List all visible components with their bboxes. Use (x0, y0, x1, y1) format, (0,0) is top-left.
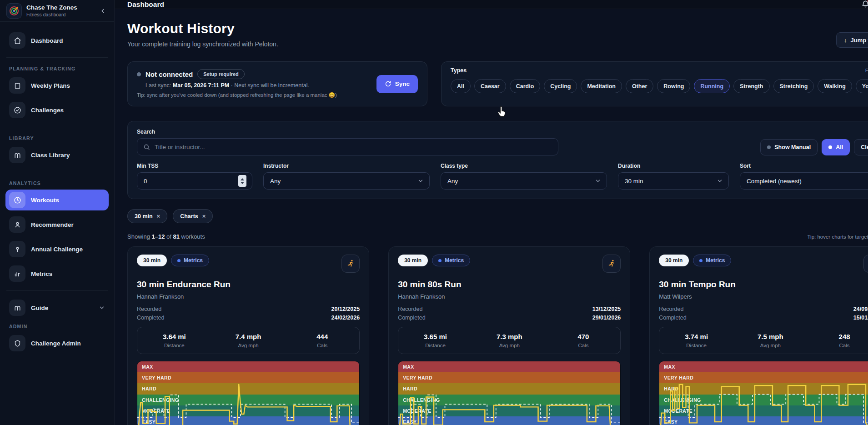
app-subtitle: Fitness dashboard (26, 12, 93, 17)
metrics-badge: Metrics (693, 255, 731, 266)
filter-chip-30min[interactable]: 30 min × (127, 209, 167, 223)
workout-title: 30 min Endurance Run (137, 280, 360, 290)
type-chip-other[interactable]: Other (626, 79, 653, 93)
type-chip-caesar[interactable]: Caesar (474, 79, 506, 93)
recorded-date: 20/12/2025 (331, 306, 360, 312)
filtered-indicator: Filtered (865, 68, 868, 73)
class-type-select[interactable]: Any (441, 172, 607, 190)
completed-date: 15/01/2026 (853, 315, 868, 321)
instructor-select[interactable]: Any (263, 172, 430, 190)
type-chip-walking[interactable]: Walking (818, 79, 852, 93)
hover-tip: Tip: hover charts for targets & zones (807, 234, 868, 240)
page-content: Workout History Your complete training l… (115, 9, 868, 425)
type-chip-rowing[interactable]: Rowing (657, 79, 690, 93)
sidebar-item-metrics[interactable]: Metrics (5, 263, 109, 284)
metrics-dot (699, 259, 702, 262)
duration-badge: 30 min (137, 255, 167, 266)
stepper-up-icon (241, 178, 244, 180)
show-manual-toggle[interactable]: Show Manual (760, 139, 818, 155)
section-label-analytics: ANALYTICS (9, 180, 105, 186)
runner-icon (602, 255, 621, 273)
section-label-planning: PLANNING & TRACKING (9, 66, 105, 71)
duration-label: Duration (618, 163, 729, 169)
min-tss-label: Min TSS (137, 163, 252, 169)
library-icon (9, 147, 25, 163)
sidebar-item-class-library[interactable]: Class Library (5, 145, 109, 165)
guide-icon (9, 300, 25, 316)
chevron-down-icon (417, 178, 424, 184)
setup-required-badge: Setup required (197, 69, 245, 79)
topbar: Dashboard (115, 0, 868, 9)
metrics-badge: Metrics (432, 255, 470, 266)
search-label: Search (137, 129, 558, 135)
notifications-button[interactable] (861, 0, 868, 9)
type-chip-meditation[interactable]: Meditation (581, 79, 622, 93)
type-chip-cardio[interactable]: Cardio (510, 79, 541, 93)
sidebar-item-weekly-plans[interactable]: Weekly Plans (5, 75, 109, 96)
divider (6, 172, 108, 172)
instructor-label: Instructor (263, 163, 430, 169)
sidebar-item-dashboard[interactable]: Dashboard (5, 30, 109, 51)
sort-label: Sort (740, 163, 868, 169)
shield-icon (9, 335, 25, 351)
completed-label: Completed (659, 315, 686, 321)
recorded-date: 13/12/2025 (592, 306, 621, 312)
sidebar-item-label: Workouts (31, 197, 105, 204)
sidebar-collapse-button[interactable] (98, 6, 108, 16)
sidebar-item-guide[interactable]: Guide (5, 297, 109, 318)
sidebar-item-annual-challenge[interactable]: Annual Challenge (5, 239, 109, 260)
all-toggle[interactable]: All (822, 139, 850, 155)
number-stepper[interactable] (238, 175, 246, 187)
type-chip-yoga-clipped[interactable]: Yoga (856, 79, 868, 93)
duration-select[interactable]: 30 min (618, 172, 729, 190)
search-input[interactable] (155, 144, 552, 150)
stat-distance: 3.65 mi (398, 333, 472, 340)
sidebar-item-challenges[interactable]: Challenges (5, 100, 109, 120)
completed-date: 29/01/2026 (592, 315, 621, 321)
stat-avg-mph: 7.3 mph (472, 333, 547, 340)
chevron-down-icon (99, 305, 105, 311)
sidebar-item-workouts[interactable]: Workouts (5, 190, 109, 210)
sidebar-item-recommender[interactable]: Recommender (5, 214, 109, 235)
home-icon (9, 32, 25, 49)
refresh-icon (385, 80, 391, 87)
jump-to-list-button[interactable]: ↓ Jump to list (836, 32, 868, 48)
type-chip-strength[interactable]: Strength (733, 79, 769, 93)
stat-avg-mph: 7.5 mph (733, 333, 808, 340)
completed-label: Completed (137, 315, 164, 321)
type-chip-stretching[interactable]: Stretching (773, 79, 814, 93)
remove-filter-icon[interactable]: × (157, 213, 161, 220)
stat-avg-mph: 7.4 mph (211, 333, 286, 340)
sync-button[interactable]: Sync (376, 75, 418, 93)
min-tss-input[interactable] (144, 178, 238, 185)
zone-chart[interactable]: MAXVERY HARDHARDCHALLENGINGMODERATEEASY (659, 361, 868, 425)
app-name: Chase The Zones (26, 4, 93, 11)
app-logo-icon (6, 3, 22, 19)
clear-filters-button[interactable]: Clear (854, 139, 868, 155)
zone-chart[interactable]: MAXVERY HARDHARDCHALLENGINGMODERATEEASY (137, 361, 360, 425)
type-chip-running-active[interactable]: Running (694, 79, 730, 93)
clock-icon (9, 192, 25, 208)
workout-cards-grid: 30 min Metrics 30 min Endurance Run Hann… (127, 246, 868, 425)
filter-chip-charts[interactable]: Charts × (173, 209, 213, 223)
type-chip-all[interactable]: All (451, 79, 471, 93)
duration-value: 30 min (625, 178, 643, 185)
types-filter-card: Types Filtered All Caesar Cardio Cycling… (441, 61, 868, 106)
type-chip-cycling[interactable]: Cycling (544, 79, 577, 93)
sort-select[interactable]: Completed (newest) (740, 172, 868, 190)
next-sync-note: Next sync will be incremental. (234, 82, 309, 89)
connection-status: Not connected (146, 70, 193, 78)
chevron-left-icon (100, 8, 106, 14)
sidebar: Chase The Zones Fitness dashboard Dashbo… (0, 0, 115, 425)
remove-filter-icon[interactable]: × (202, 213, 206, 220)
stat-distance: 3.74 mi (659, 333, 733, 340)
completed-date: 24/02/2026 (331, 315, 360, 321)
clipboard-icon (9, 77, 25, 94)
zone-chart[interactable]: MAXVERY HARDHARDCHALLENGINGMODERATEEASY (398, 361, 621, 425)
search-box (137, 138, 558, 155)
last-sync-value: Mar 05, 2026 7:11 PM (173, 82, 229, 89)
sidebar-item-challenge-admin[interactable]: Challenge Admin (5, 333, 109, 354)
bell-icon (861, 0, 868, 9)
toggle-dot (828, 145, 832, 149)
instructor-value: Any (270, 178, 281, 185)
